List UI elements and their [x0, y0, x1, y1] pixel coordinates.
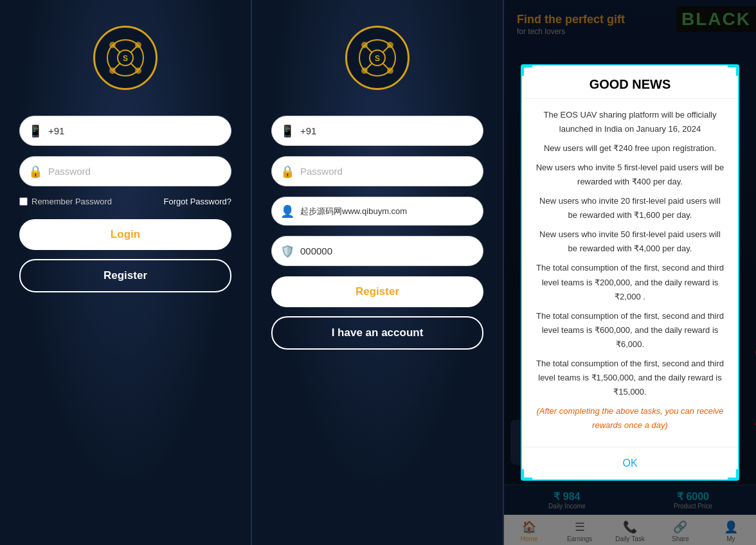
- logo-circle: S: [93, 26, 158, 90]
- remember-label[interactable]: Remember Password: [19, 197, 112, 206]
- remember-checkbox[interactable]: [19, 197, 28, 206]
- phone-input[interactable]: [19, 116, 231, 146]
- svg-text:S: S: [375, 54, 380, 63]
- invite-input[interactable]: [271, 197, 483, 226]
- logo-container-2: S: [345, 26, 410, 90]
- password-input[interactable]: [19, 156, 231, 186]
- modal-line-0: The EOS UAV sharing platform will be off…: [535, 108, 725, 136]
- password-input-group: 🔒: [19, 156, 231, 186]
- modal-corner-tr: [728, 66, 738, 76]
- phone-icon: 📱: [28, 124, 42, 138]
- modal-line-2: New users who invite 5 first-level paid …: [535, 161, 725, 189]
- modal-corner-tl: [522, 66, 532, 76]
- login-button[interactable]: Login: [19, 219, 231, 250]
- register-panel: S 📱 🔒 👤 🛡️ Register I have an account: [252, 0, 503, 545]
- reg-phone-input-group: 📱: [271, 116, 483, 146]
- logo-container: S: [93, 26, 158, 90]
- reg-phone-input[interactable]: [271, 116, 483, 146]
- logo-icon: S: [106, 39, 145, 77]
- phone-input-group: 📱: [19, 116, 231, 146]
- svg-text:S: S: [123, 54, 128, 63]
- logo-circle-2: S: [345, 26, 410, 90]
- svg-point-7: [135, 42, 141, 48]
- lock-icon: 🔒: [28, 165, 42, 179]
- reg-password-input-group: 🔒: [271, 156, 483, 186]
- person-icon: 👤: [280, 204, 294, 219]
- svg-point-19: [361, 67, 368, 74]
- modal-title: GOOD NEWS: [522, 66, 738, 99]
- reg-lock-icon: 🔒: [280, 165, 294, 179]
- have-account-button[interactable]: I have an account: [271, 316, 483, 350]
- modal-line-1: New users will get ₹240 free upon regist…: [535, 141, 725, 156]
- forgot-password-link[interactable]: Forgot Password?: [164, 197, 232, 206]
- svg-point-6: [109, 42, 116, 48]
- shield-icon: 🛡️: [280, 244, 294, 258]
- reg-register-button[interactable]: Register: [271, 276, 483, 307]
- modal-body: The EOS UAV sharing platform will be off…: [522, 99, 738, 447]
- modal-corner-bl: [522, 469, 532, 479]
- modal-line-6: The total consumption of the first, seco…: [535, 309, 725, 352]
- remember-row: Remember Password Forgot Password?: [19, 197, 231, 206]
- svg-point-17: [361, 42, 368, 48]
- app-panel: Find the perfect gift for tech lovers BL…: [504, 0, 756, 545]
- modal-footer: OK: [522, 447, 738, 479]
- reg-phone-icon: 📱: [280, 124, 294, 138]
- modal-ok-button[interactable]: OK: [609, 454, 650, 473]
- verification-input-group: 🛡️: [271, 236, 483, 266]
- login-panel: S 📱 🔒 Remember Password Forgot Password?…: [0, 0, 251, 545]
- svg-point-18: [387, 42, 393, 48]
- register-button[interactable]: Register: [19, 259, 231, 292]
- modal-corner-br: [728, 469, 738, 479]
- svg-point-8: [109, 67, 116, 74]
- invite-input-group: 👤: [271, 197, 483, 226]
- modal-line-5: The total consumption of the first, seco…: [535, 261, 725, 303]
- modal-line-4: New users who invite 50 first-level paid…: [535, 228, 725, 256]
- svg-point-9: [135, 67, 141, 74]
- modal-box: GOOD NEWS The EOS UAV sharing platform w…: [521, 64, 739, 481]
- svg-point-20: [387, 67, 393, 74]
- logo-icon-2: S: [358, 39, 397, 77]
- modal-overlay[interactable]: GOOD NEWS The EOS UAV sharing platform w…: [504, 0, 756, 545]
- verification-input[interactable]: [271, 236, 483, 266]
- modal-line-7: The total consumption of the first, seco…: [535, 357, 725, 399]
- reg-password-input[interactable]: [271, 156, 483, 186]
- modal-line-8: (After completing the above tasks, you c…: [535, 404, 725, 433]
- modal-line-3: New users who invite 20 first-level paid…: [535, 194, 725, 222]
